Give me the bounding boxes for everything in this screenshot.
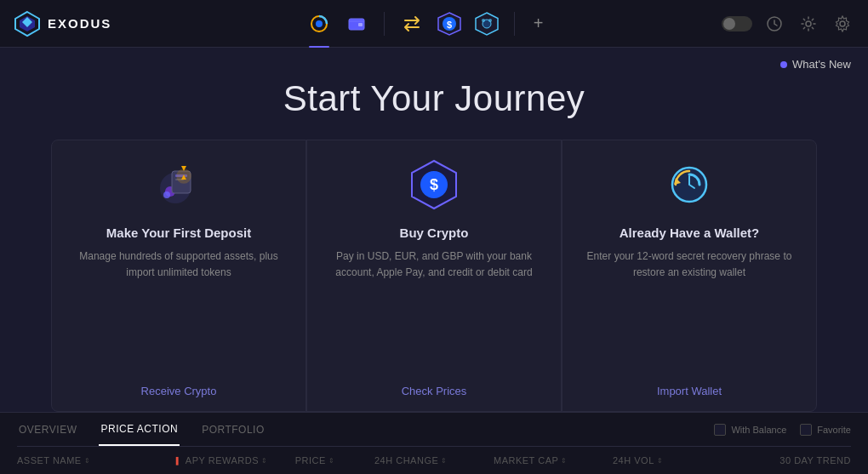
whats-new-button[interactable]: What's New: [780, 58, 851, 71]
favorite-label: Favorite: [817, 425, 851, 435]
tab-overview[interactable]: OVERVIEW: [17, 413, 78, 446]
deposit-card-link[interactable]: Receive Crypto: [141, 385, 217, 397]
filter-favorite[interactable]: Favorite: [800, 424, 851, 436]
tabs-row: OVERVIEW PRICE ACTION PORTFOLIO With Bal…: [17, 413, 851, 447]
nav-right: [722, 12, 854, 36]
svg-text:$: $: [447, 20, 452, 30]
wallet-card-icon: [662, 157, 717, 212]
exodus-logo-icon: [14, 10, 41, 37]
tab-portfolio[interactable]: PORTFOLIO: [200, 413, 266, 446]
wallet-card-desc: Enter your 12-word secret recovery phras…: [583, 248, 796, 371]
hero-title: Start Your Journey: [0, 78, 868, 119]
svg-point-15: [840, 21, 845, 26]
th-price-sort-icon: ⇕: [328, 457, 335, 465]
svg-text:$: $: [430, 176, 438, 193]
th-change-sort-icon: ⇕: [441, 457, 448, 465]
hero-section: Start Your Journey: [0, 48, 868, 140]
nav-earn-button[interactable]: $: [432, 7, 466, 41]
nav-portfolio-button[interactable]: [302, 7, 336, 41]
th-price[interactable]: PRICE ⇕: [295, 455, 374, 465]
th-vol-sort-icon: ⇕: [657, 457, 664, 465]
th-asset-sort-icon: ⇕: [84, 457, 91, 465]
tab-price-action[interactable]: PRICE ACTION: [99, 413, 180, 446]
th-change[interactable]: 24H CHANGE ⇕: [374, 455, 494, 465]
nav-divider-1: [384, 12, 385, 36]
th-apy-sort-icon: ⇕: [261, 457, 268, 465]
deposit-card-desc: Manage hundreds of supported assets, plu…: [72, 248, 285, 371]
topnav: EXODUS: [0, 0, 868, 48]
svg-text:▲: ▲: [180, 172, 188, 181]
th-trend: 30 DAY TREND: [732, 455, 851, 465]
with-balance-label: With Balance: [731, 425, 786, 435]
buy-card-desc: Pay in USD, EUR, and GBP with your bank …: [328, 248, 540, 371]
logo-area: EXODUS: [14, 10, 111, 37]
nav-add-button[interactable]: +: [525, 10, 552, 37]
th-asset[interactable]: ASSET NAME ⇕: [17, 455, 176, 465]
bottom-section: OVERVIEW PRICE ACTION PORTFOLIO With Bal…: [0, 412, 868, 474]
main-content: What's New Start Your Journey ▲: [0, 48, 868, 474]
wallet-card: Already Have a Wallet? Enter your 12-wor…: [562, 140, 817, 412]
nav-divider-2: [514, 12, 515, 36]
deposit-card-icon: ▲: [151, 157, 206, 212]
svg-point-14: [806, 21, 811, 26]
buy-card-title: Buy Crypto: [400, 226, 469, 240]
svg-point-11: [482, 19, 485, 22]
whats-new-dot: [780, 61, 787, 68]
th-mcap[interactable]: MARKET CAP ⇕: [494, 455, 613, 465]
wallet-card-link[interactable]: Import Wallet: [657, 385, 722, 397]
wallet-card-title: Already Have a Wallet?: [620, 226, 760, 240]
gear-icon-button[interactable]: [797, 12, 820, 36]
svg-point-3: [316, 20, 323, 27]
svg-point-18: [163, 191, 170, 198]
nav-icons: $ +: [132, 7, 722, 41]
logo-text: EXODUS: [48, 16, 111, 31]
favorite-checkbox[interactable]: [800, 424, 812, 436]
history-icon-button[interactable]: [762, 12, 786, 36]
th-apy[interactable]: ▌ APY REWARDS ⇕: [176, 455, 295, 465]
buy-card: $ Buy Crypto Pay in USD, EUR, and GBP wi…: [306, 140, 562, 412]
svg-point-12: [488, 19, 492, 22]
nav-exchange-button[interactable]: [395, 7, 429, 41]
buy-card-link[interactable]: Check Prices: [402, 385, 467, 397]
th-vol[interactable]: 24H VOL ⇕: [613, 455, 732, 465]
nav-apps-button[interactable]: [470, 7, 504, 41]
settings-icon-button[interactable]: [831, 12, 854, 36]
deposit-card: ▲ Make Your First Deposit Manage hundred…: [51, 140, 306, 412]
table-header: ASSET NAME ⇕ ▌ APY REWARDS ⇕ PRICE ⇕ 24H…: [17, 447, 851, 474]
tab-filters: With Balance Favorite: [714, 424, 851, 436]
buy-card-icon: $: [407, 157, 461, 212]
theme-toggle[interactable]: [722, 16, 752, 31]
filter-with-balance[interactable]: With Balance: [714, 424, 786, 436]
whats-new-label: What's New: [792, 58, 851, 71]
deposit-card-title: Make Your First Deposit: [106, 226, 251, 240]
th-mcap-sort-icon: ⇕: [561, 457, 568, 465]
svg-rect-5: [358, 23, 363, 26]
cards-section: ▲ Make Your First Deposit Manage hundred…: [0, 140, 868, 412]
apy-indicator: ▌: [176, 457, 181, 465]
with-balance-checkbox[interactable]: [714, 424, 726, 436]
nav-wallet-button[interactable]: [340, 7, 374, 41]
